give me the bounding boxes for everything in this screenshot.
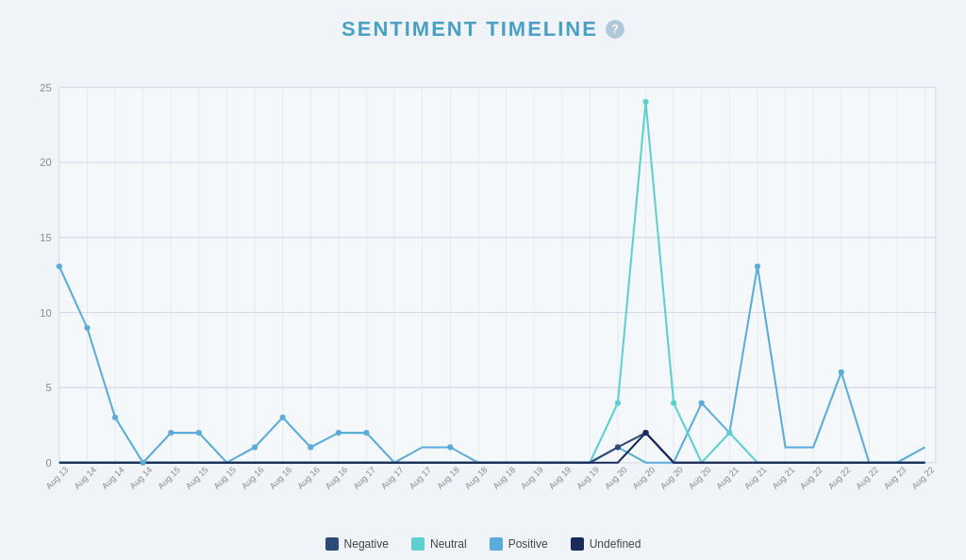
- svg-point-51: [196, 430, 202, 436]
- svg-text:Aug 20: Aug 20: [603, 465, 629, 491]
- svg-text:Aug 22: Aug 22: [826, 465, 853, 491]
- svg-text:Aug 21: Aug 21: [771, 465, 797, 491]
- svg-point-48: [112, 415, 118, 420]
- svg-text:Aug 15: Aug 15: [212, 465, 239, 491]
- svg-point-57: [447, 444, 453, 450]
- svg-text:15: 15: [40, 232, 51, 243]
- chart-title-area: SENTIMENT TIMELINE ?: [341, 0, 625, 49]
- svg-point-61: [615, 400, 621, 405]
- svg-point-46: [57, 263, 62, 269]
- legend-label-positive: Positive: [508, 537, 548, 551]
- legend-dot-positive: [490, 537, 503, 551]
- svg-point-54: [308, 444, 313, 450]
- svg-text:Aug 18: Aug 18: [463, 465, 490, 491]
- svg-text:0: 0: [45, 457, 51, 469]
- svg-point-62: [642, 99, 648, 105]
- chart-area: 0 5 10 15 20 25: [21, 49, 945, 530]
- svg-text:Aug 16: Aug 16: [268, 465, 294, 491]
- legend-item-positive: Positive: [490, 537, 548, 551]
- svg-text:Aug 20: Aug 20: [687, 465, 713, 491]
- legend-label-neutral: Neutral: [430, 537, 467, 551]
- help-icon[interactable]: ?: [606, 20, 625, 39]
- svg-text:Aug 17: Aug 17: [379, 465, 406, 491]
- svg-text:20: 20: [40, 156, 51, 168]
- svg-text:Aug 17: Aug 17: [408, 465, 434, 491]
- legend-item-neutral: Neutral: [411, 537, 467, 551]
- svg-text:Aug 15: Aug 15: [156, 465, 182, 491]
- svg-text:5: 5: [45, 382, 51, 393]
- legend-dot-undefined: [571, 537, 584, 551]
- svg-text:Aug 14: Aug 14: [72, 465, 98, 491]
- svg-text:Aug 22: Aug 22: [854, 465, 880, 491]
- svg-text:Aug 13: Aug 13: [44, 465, 71, 491]
- legend-item-negative: Negative: [325, 537, 389, 551]
- svg-point-67: [642, 430, 648, 436]
- legend-dot-negative: [325, 537, 339, 551]
- svg-text:Aug 16: Aug 16: [240, 465, 266, 491]
- svg-point-59: [755, 263, 760, 269]
- svg-text:Aug 21: Aug 21: [742, 465, 769, 491]
- svg-point-64: [726, 430, 732, 436]
- svg-text:Aug 18: Aug 18: [491, 465, 518, 491]
- legend-label-undefined: Undefined: [590, 537, 641, 551]
- svg-text:Aug 18: Aug 18: [435, 465, 461, 491]
- chart-legend: Negative Neutral Positive Undefined: [325, 530, 641, 560]
- legend-item-undefined: Undefined: [571, 537, 641, 551]
- svg-text:Aug 15: Aug 15: [184, 465, 210, 491]
- chart-container: SENTIMENT TIMELINE ?: [0, 0, 966, 560]
- svg-text:Aug 16: Aug 16: [295, 465, 322, 491]
- svg-text:Aug 20: Aug 20: [631, 465, 658, 491]
- chart-title: SENTIMENT TIMELINE: [341, 17, 598, 41]
- svg-point-58: [699, 400, 705, 405]
- svg-text:Aug 21: Aug 21: [714, 465, 741, 491]
- svg-text:Aug 20: Aug 20: [658, 465, 685, 491]
- svg-text:Aug 19: Aug 19: [547, 465, 574, 491]
- svg-text:Aug 23: Aug 23: [882, 465, 908, 491]
- svg-point-55: [336, 430, 341, 436]
- main-chart-svg: 0 5 10 15 20 25: [21, 49, 945, 530]
- svg-text:25: 25: [40, 82, 51, 93]
- svg-point-63: [671, 400, 676, 405]
- svg-text:10: 10: [40, 307, 51, 319]
- svg-text:Aug 14: Aug 14: [128, 465, 155, 491]
- svg-text:Aug 19: Aug 19: [519, 465, 545, 491]
- svg-point-56: [363, 430, 369, 436]
- svg-rect-0: [59, 88, 936, 463]
- svg-text:Aug 19: Aug 19: [575, 465, 601, 491]
- svg-text:Aug 22: Aug 22: [798, 465, 824, 491]
- svg-text:Aug 14: Aug 14: [100, 465, 126, 491]
- svg-text:Aug 22: Aug 22: [910, 465, 937, 491]
- svg-text:Aug 17: Aug 17: [352, 465, 378, 491]
- svg-point-49: [141, 460, 146, 466]
- svg-point-47: [84, 325, 90, 331]
- svg-point-60: [839, 370, 844, 375]
- legend-dot-neutral: [411, 537, 425, 551]
- svg-point-65: [615, 444, 621, 450]
- svg-point-52: [252, 444, 258, 450]
- svg-point-50: [168, 430, 174, 436]
- svg-point-53: [280, 415, 286, 420]
- svg-text:Aug 16: Aug 16: [324, 465, 350, 491]
- legend-label-negative: Negative: [344, 537, 389, 551]
